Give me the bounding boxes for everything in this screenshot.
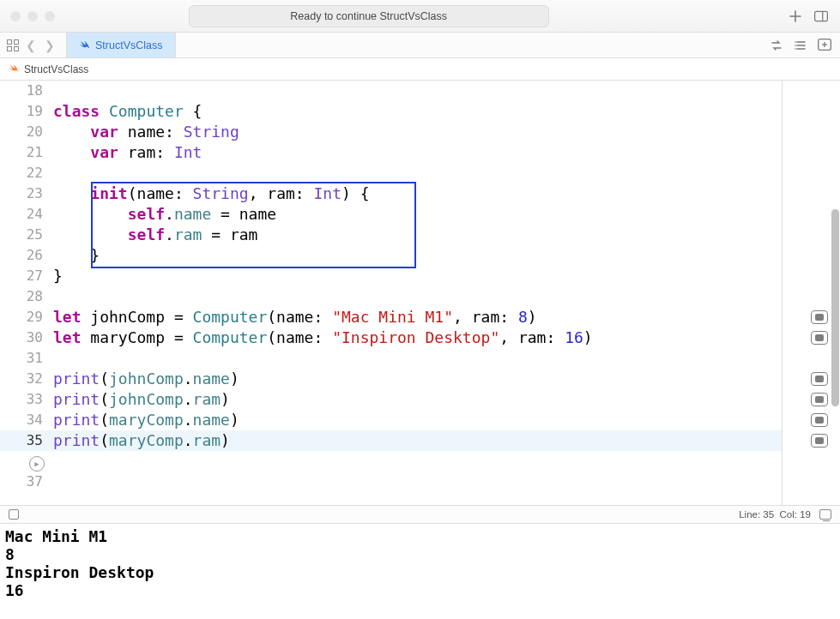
breadcrumb[interactable]: StructVsClass bbox=[0, 58, 840, 81]
line-number: 19 bbox=[0, 101, 53, 122]
line-number: 18 bbox=[0, 81, 53, 101]
svg-rect-3 bbox=[15, 39, 19, 44]
code-line[interactable]: 24 self.name = name bbox=[0, 204, 782, 225]
line-number: 34 bbox=[0, 410, 53, 430]
line-number: 35 bbox=[0, 430, 53, 451]
code-line[interactable]: 30let maryComp = Computer(name: "Inspiro… bbox=[0, 328, 782, 348]
tab-label: StructVsClass bbox=[95, 39, 163, 51]
add-tab-button[interactable] bbox=[789, 9, 802, 23]
line-number: 23 bbox=[0, 183, 53, 204]
console-output[interactable]: Mac Mini M18Inspiron Desktop16 bbox=[0, 524, 840, 616]
title-status-text: Ready to continue StructVsClass bbox=[290, 10, 447, 22]
list-icon[interactable] bbox=[794, 39, 807, 52]
code-line[interactable]: 25 self.ram = ram bbox=[0, 225, 782, 245]
scrollbar[interactable] bbox=[830, 81, 840, 505]
line-number: 29 bbox=[0, 307, 53, 328]
console-toggle-icon[interactable] bbox=[819, 509, 831, 520]
console-line: Mac Mini M1 bbox=[5, 527, 835, 545]
result-indicator[interactable] bbox=[811, 434, 828, 448]
line-number: 26 bbox=[0, 245, 53, 266]
run-button[interactable]: ▶ bbox=[29, 456, 45, 472]
add-editor-icon[interactable] bbox=[818, 39, 831, 52]
editor-area: 1819class Computer {20 var name: String2… bbox=[0, 81, 840, 505]
line-number: 33 bbox=[0, 389, 53, 410]
line-number: 30 bbox=[0, 328, 53, 348]
code-line[interactable]: 21 var ram: Int bbox=[0, 142, 782, 163]
console-line: Inspiron Desktop bbox=[5, 563, 835, 581]
code-line[interactable]: 23 init(name: String, ram: Int) { bbox=[0, 183, 782, 204]
svg-rect-5 bbox=[15, 46, 19, 51]
line-number: 27 bbox=[0, 266, 53, 286]
line-number: 32 bbox=[0, 369, 53, 389]
results-sidebar bbox=[782, 81, 840, 505]
line-number: 25 bbox=[0, 225, 53, 245]
line-number: 37 bbox=[0, 472, 53, 492]
code-line[interactable]: 20 var name: String bbox=[0, 122, 782, 142]
breadcrumb-file: StructVsClass bbox=[24, 63, 88, 75]
code-line[interactable]: 26 } bbox=[0, 245, 782, 266]
related-items-icon[interactable] bbox=[7, 39, 19, 51]
line-number: 28 bbox=[0, 286, 53, 307]
code-line[interactable]: 32print(johnComp.name) bbox=[0, 369, 782, 389]
line-number: 20 bbox=[0, 122, 53, 142]
code-line[interactable]: 34print(maryComp.name) bbox=[0, 410, 782, 430]
line-number: 21 bbox=[0, 142, 53, 163]
result-indicator[interactable] bbox=[811, 413, 828, 427]
nav-forward-button[interactable]: ❯ bbox=[43, 39, 57, 52]
code-line[interactable]: 31 bbox=[0, 348, 782, 369]
result-indicator[interactable] bbox=[811, 393, 828, 406]
svg-rect-2 bbox=[8, 39, 12, 44]
debug-toggle-icon[interactable] bbox=[9, 509, 19, 520]
swap-icon[interactable] bbox=[770, 39, 783, 52]
zoom-window-icon[interactable] bbox=[45, 11, 55, 21]
line-number: 22 bbox=[0, 163, 53, 183]
code-line[interactable]: 22 bbox=[0, 163, 782, 183]
title-status-chip[interactable]: Ready to continue StructVsClass bbox=[189, 5, 549, 27]
code-editor[interactable]: 1819class Computer {20 var name: String2… bbox=[0, 81, 782, 505]
swift-file-icon bbox=[79, 39, 90, 52]
code-line[interactable]: 33print(johnComp.ram) bbox=[0, 389, 782, 410]
swift-file-icon bbox=[9, 63, 19, 75]
line-number: 24 bbox=[0, 204, 53, 225]
tab-bar: ❮ ❯ StructVsClass bbox=[0, 33, 840, 58]
code-line[interactable]: 27} bbox=[0, 266, 782, 286]
code-line[interactable]: 18 bbox=[0, 81, 782, 101]
tab-structvsclass[interactable]: StructVsClass bbox=[67, 33, 176, 57]
navigator-controls: ❮ ❯ bbox=[0, 33, 67, 57]
result-indicator[interactable] bbox=[811, 331, 828, 345]
nav-back-button[interactable]: ❮ bbox=[24, 39, 38, 52]
console-line: 16 bbox=[5, 581, 835, 599]
toggle-sidebar-button[interactable] bbox=[814, 9, 828, 23]
result-indicator[interactable] bbox=[811, 310, 828, 324]
window-controls[interactable] bbox=[10, 11, 55, 21]
code-line[interactable]: 35print(maryComp.ram) bbox=[0, 430, 782, 451]
cursor-position: Line: 35 Col: 19 bbox=[739, 509, 811, 520]
code-line[interactable]: 28 bbox=[0, 286, 782, 307]
code-line[interactable]: 29let johnComp = Computer(name: "Mac Min… bbox=[0, 307, 782, 328]
minimize-window-icon[interactable] bbox=[27, 11, 38, 21]
code-line[interactable]: 19class Computer { bbox=[0, 101, 782, 122]
console-line: 8 bbox=[5, 545, 835, 563]
status-bar: Line: 35 Col: 19 bbox=[0, 505, 840, 524]
svg-rect-0 bbox=[815, 11, 828, 21]
window-titlebar: Ready to continue StructVsClass bbox=[0, 0, 840, 33]
line-number: 31 bbox=[0, 348, 53, 369]
svg-rect-4 bbox=[8, 46, 12, 51]
result-indicator[interactable] bbox=[811, 372, 828, 386]
close-window-icon[interactable] bbox=[10, 11, 21, 21]
